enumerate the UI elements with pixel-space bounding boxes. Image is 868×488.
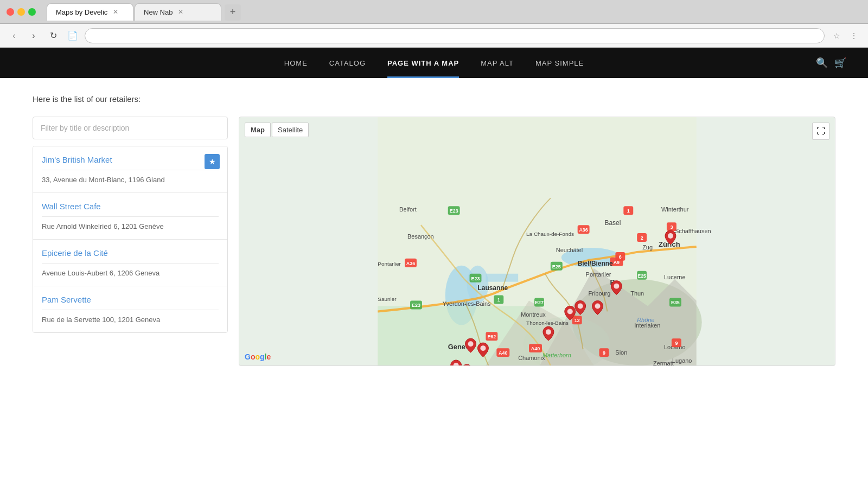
store-divider bbox=[42, 216, 219, 217]
svg-text:Basel: Basel bbox=[604, 219, 621, 227]
svg-text:A40: A40 bbox=[531, 346, 540, 351]
store-address: Rue Arnold Winkelried 6, 1201 Genève bbox=[42, 222, 219, 230]
store-name[interactable]: Jim's British Market bbox=[42, 155, 219, 164]
svg-point-90 bbox=[480, 345, 486, 351]
reload-button[interactable]: ↻ bbox=[46, 28, 61, 43]
store-list: ★ Jim's British Market 33, Avenue du Mon… bbox=[33, 146, 228, 333]
store-divider bbox=[42, 263, 219, 264]
tab-maps-by-develic[interactable]: Maps by Develic ✕ bbox=[47, 3, 133, 21]
website: HOME CATALOG PAGE WITH A MAP MAP ALT MAP… bbox=[0, 48, 868, 488]
svg-text:Yverdon-les-Bains: Yverdon-les-Bains bbox=[443, 300, 491, 307]
address-bar[interactable] bbox=[85, 28, 825, 43]
svg-rect-3 bbox=[486, 274, 518, 282]
nav-link-page-with-map[interactable]: PAGE WITH A MAP bbox=[376, 48, 470, 78]
store-name[interactable]: Pam Servette bbox=[42, 295, 219, 304]
svg-text:1: 1 bbox=[497, 298, 500, 303]
svg-text:Lugano: Lugano bbox=[672, 357, 692, 364]
cart-icon[interactable]: 🛒 bbox=[834, 57, 846, 69]
maximize-button[interactable] bbox=[28, 8, 36, 16]
svg-text:1: 1 bbox=[627, 208, 630, 214]
svg-text:Winterthur: Winterthur bbox=[661, 206, 689, 213]
page-content: Here is the list of our retailers: ★ Jim… bbox=[0, 78, 868, 382]
close-icon[interactable]: ✕ bbox=[178, 8, 183, 16]
svg-text:Zermatt: Zermatt bbox=[653, 360, 674, 365]
svg-text:E25: E25 bbox=[637, 273, 646, 279]
new-tab-button[interactable]: + bbox=[225, 4, 241, 21]
toolbar-actions: ☆ ⋮ bbox=[829, 28, 861, 43]
fullscreen-button[interactable]: ⛶ bbox=[812, 123, 829, 140]
nav-link-map-simple[interactable]: MAP SIMPLE bbox=[525, 48, 595, 78]
svg-text:Zug: Zug bbox=[642, 244, 653, 251]
google-logo: Google bbox=[245, 352, 271, 361]
svg-text:E35: E35 bbox=[671, 300, 680, 305]
store-address: Rue de la Servette 100, 1201 Geneva bbox=[42, 316, 219, 324]
bookmark-icon[interactable]: ☆ bbox=[829, 28, 844, 43]
close-icon[interactable]: ✕ bbox=[113, 8, 118, 16]
svg-text:12: 12 bbox=[575, 318, 580, 323]
store-name[interactable]: Wall Street Cafe bbox=[42, 202, 219, 211]
map-container[interactable]: Map Satellite ⛶ bbox=[239, 117, 835, 366]
store-item: Pam Servette Rue de la Servette 100, 120… bbox=[33, 286, 227, 332]
bookmark-icon[interactable]: ★ bbox=[205, 154, 220, 169]
svg-text:Belfort: Belfort bbox=[399, 206, 417, 213]
main-layout: ★ Jim's British Market 33, Avenue du Mon… bbox=[33, 117, 835, 366]
svg-text:Rhône: Rhône bbox=[637, 317, 654, 323]
satellite-view-button[interactable]: Satellite bbox=[272, 123, 309, 137]
svg-text:Thun: Thun bbox=[630, 290, 644, 297]
svg-text:Montreux: Montreux bbox=[521, 311, 546, 318]
nav-link-home[interactable]: HOME bbox=[273, 48, 318, 78]
forward-button[interactable]: › bbox=[26, 28, 41, 43]
tab-label: New Nab bbox=[144, 8, 173, 16]
store-address: 33, Avenue du Mont-Blanc, 1196 Gland bbox=[42, 176, 219, 184]
svg-text:Pontarlier: Pontarlier bbox=[378, 261, 401, 267]
browser-toolbar: ‹ › ↻ 📄 ☆ ⋮ bbox=[0, 24, 868, 48]
store-address: Avenue Louis-Aubert 6, 1206 Geneva bbox=[42, 269, 219, 277]
page-icon-button[interactable]: 📄 bbox=[65, 28, 80, 43]
svg-text:A36: A36 bbox=[579, 227, 588, 233]
left-panel: ★ Jim's British Market 33, Avenue du Mon… bbox=[33, 117, 228, 366]
nav-links: HOME CATALOG PAGE WITH A MAP MAP ALT MAP… bbox=[22, 48, 846, 78]
map-svg: E23 E23 E25 A40 A40 A9 Besançon bbox=[239, 117, 835, 365]
svg-text:Pontarlier: Pontarlier bbox=[586, 271, 611, 278]
svg-text:9: 9 bbox=[675, 341, 678, 346]
close-button[interactable] bbox=[7, 8, 14, 16]
page-description: Here is the list of our retailers: bbox=[33, 94, 835, 104]
svg-text:6: 6 bbox=[619, 254, 622, 260]
svg-text:E25: E25 bbox=[552, 264, 561, 269]
map-view-button[interactable]: Map bbox=[245, 123, 271, 137]
svg-text:A40: A40 bbox=[499, 350, 507, 356]
browser-titlebar: Maps by Develic ✕ New Nab ✕ + bbox=[0, 0, 868, 24]
store-item: Epicerie de la Cité Avenue Louis-Aubert … bbox=[33, 240, 227, 286]
svg-text:E23: E23 bbox=[471, 276, 480, 281]
store-item: ★ Jim's British Market 33, Avenue du Mon… bbox=[33, 146, 227, 193]
store-name[interactable]: Epicerie de la Cité bbox=[42, 248, 219, 258]
svg-point-88 bbox=[567, 309, 573, 314]
filter-input[interactable] bbox=[33, 117, 228, 139]
minimize-button[interactable] bbox=[17, 8, 25, 16]
tab-new-nab[interactable]: New Nab ✕ bbox=[135, 3, 221, 21]
back-button[interactable]: ‹ bbox=[7, 28, 22, 43]
store-item: Wall Street Cafe Rue Arnold Winkelried 6… bbox=[33, 193, 227, 240]
svg-text:A36: A36 bbox=[406, 261, 415, 266]
tabs-row: Maps by Develic ✕ New Nab ✕ + bbox=[47, 3, 241, 21]
svg-point-86 bbox=[578, 304, 583, 309]
nav-link-map-alt[interactable]: MAP ALT bbox=[470, 48, 525, 78]
svg-text:Chamonix: Chamonix bbox=[518, 355, 545, 361]
tab-label: Maps by Develic bbox=[56, 8, 107, 16]
svg-text:E27: E27 bbox=[535, 300, 544, 305]
menu-icon[interactable]: ⋮ bbox=[846, 28, 861, 43]
svg-text:Besançon: Besançon bbox=[407, 233, 434, 240]
svg-text:E23: E23 bbox=[450, 208, 458, 214]
svg-text:9: 9 bbox=[603, 350, 605, 356]
search-icon[interactable]: 🔍 bbox=[816, 57, 828, 69]
nav-link-catalog[interactable]: CATALOG bbox=[318, 48, 376, 78]
svg-point-85 bbox=[595, 304, 601, 309]
svg-text:3: 3 bbox=[670, 224, 673, 230]
svg-text:Schaffhausen: Schaffhausen bbox=[675, 228, 711, 234]
svg-text:E23: E23 bbox=[412, 303, 420, 308]
svg-text:Biel/Bienne: Biel/Bienne bbox=[578, 260, 613, 267]
svg-point-87 bbox=[546, 329, 551, 335]
svg-text:2: 2 bbox=[641, 235, 643, 241]
svg-text:Saunier: Saunier bbox=[378, 296, 397, 302]
svg-text:La Chaux-de-Fonds: La Chaux-de-Fonds bbox=[526, 231, 574, 237]
